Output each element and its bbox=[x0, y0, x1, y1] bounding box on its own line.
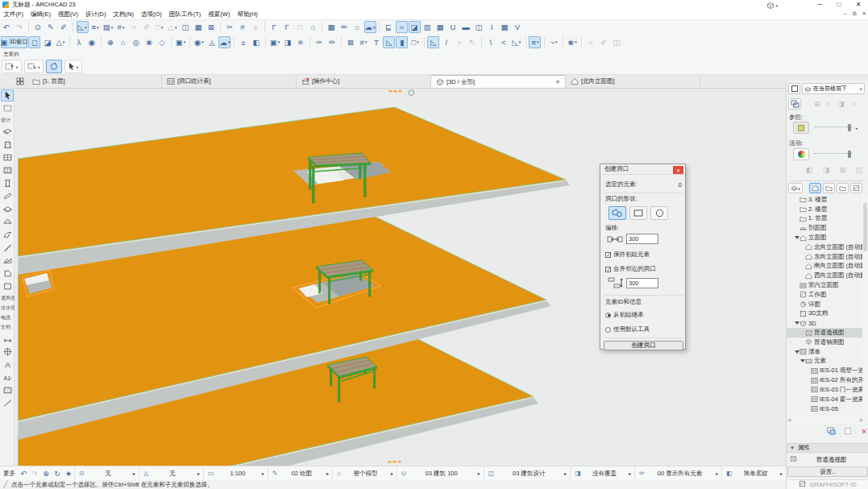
menu-item-7[interactable]: 视窗(W) bbox=[205, 10, 234, 19]
toolbar1-button-29[interactable]: ✏ bbox=[338, 21, 351, 33]
toolbar1-button-1[interactable]: ↷ bbox=[14, 21, 26, 33]
settings-button[interactable]: 设置.. bbox=[787, 466, 868, 477]
smiley-icon[interactable]: ☺ bbox=[851, 100, 858, 108]
navigator-publisher-tab[interactable] bbox=[850, 183, 862, 193]
toolbar1-button-31[interactable]: ☁▾ bbox=[364, 21, 376, 33]
doc-close-icon[interactable]: ✕ bbox=[862, 10, 866, 17]
tool-line[interactable] bbox=[1, 397, 14, 409]
toolbar2-button-8[interactable]: ⊕ bbox=[104, 36, 116, 48]
dialog-close-icon[interactable]: ✕ bbox=[673, 166, 683, 174]
tool-window[interactable] bbox=[1, 151, 14, 164]
toolbar2-button-6[interactable]: ◉ bbox=[85, 36, 98, 48]
tab--北向立面图-[interactable]: [北向立面图] bbox=[566, 75, 700, 88]
quick-option-8[interactable]: ✏00 显示所有元素▸ bbox=[634, 466, 721, 480]
toolbar2-button-25[interactable]: ✳ bbox=[294, 36, 306, 48]
toolbar1-button-43[interactable]: V bbox=[512, 21, 524, 33]
toolbar2-button-39[interactable]: + bbox=[453, 36, 465, 48]
toolbar2-button-33[interactable]: ◺ bbox=[383, 36, 395, 48]
toolbar2-button-11[interactable]: ❀ bbox=[143, 36, 155, 48]
tree-item-工作图[interactable]: 工作图 bbox=[787, 290, 864, 300]
tool-dimension[interactable] bbox=[1, 333, 14, 345]
tree-item-元素[interactable]: 元素 bbox=[787, 357, 864, 367]
toolbar2-button-21[interactable]: ◧ bbox=[250, 36, 262, 48]
quick-option-0[interactable]: ⊙无▸ bbox=[74, 466, 139, 480]
toolbar1-button-0[interactable]: ↶ bbox=[1, 21, 13, 33]
toolbar1-button-37[interactable]: ▦ bbox=[434, 21, 446, 33]
tree-item-清单[interactable]: 清单 bbox=[787, 347, 864, 357]
toolbar1-button-3[interactable]: ⊙ bbox=[32, 21, 44, 33]
delete-icon[interactable]: ✕ bbox=[861, 428, 867, 436]
tree-item-IES-02 所有的开口[interactable]: IES-02 所有的开口 bbox=[787, 375, 864, 385]
toolbar2-button-5[interactable]: λ bbox=[73, 36, 85, 48]
toolbar2-button-20[interactable]: ± bbox=[237, 36, 249, 48]
toolbar1-button-12[interactable]: ✐ bbox=[141, 21, 153, 33]
tool-zone[interactable] bbox=[1, 280, 14, 292]
shape-polygon-button[interactable] bbox=[608, 206, 626, 220]
lasso-icon[interactable]: ○ bbox=[827, 100, 831, 108]
tree-item-普通轴测图[interactable]: 普通轴测图 bbox=[787, 338, 864, 347]
quickbar-nav-3[interactable]: ↻ bbox=[52, 470, 63, 478]
quick-option-4[interactable]: ⌂整个模型▸ bbox=[332, 466, 397, 480]
tab--1-首层-[interactable]: [1. 首层] bbox=[27, 75, 162, 88]
toolbar2-button-12[interactable]: ◇ bbox=[156, 36, 168, 48]
tree-item-普通透视图[interactable]: 普通透视图 bbox=[787, 328, 864, 338]
properties-header[interactable]: ▼属性 bbox=[787, 443, 868, 453]
toolbar1-button-19[interactable]: ✂ bbox=[224, 21, 236, 33]
tree-item-东向立面图 (自动重建)[interactable]: 东向立面图 (自动重建) bbox=[787, 252, 864, 262]
toolbar2-button-32[interactable]: T bbox=[370, 36, 382, 48]
toolbar1-button-40[interactable]: ◫ bbox=[473, 21, 485, 33]
toolbar2-button-28[interactable]: ✏ bbox=[326, 36, 338, 48]
toolbar2-button-42[interactable]: \ bbox=[484, 36, 496, 48]
doc-minimize-icon[interactable]: ─ bbox=[843, 10, 847, 17]
navigator-project-map-tab[interactable] bbox=[809, 183, 821, 193]
toolbar2-button-2[interactable]: ◪ bbox=[41, 36, 53, 48]
new-item-icon[interactable] bbox=[844, 427, 853, 437]
palette-cursor-button[interactable]: ▸ bbox=[64, 60, 82, 73]
trace-toggle-button[interactable] bbox=[788, 98, 801, 110]
expander-icon[interactable] bbox=[795, 321, 799, 325]
toolbar1-button-36[interactable]: ▥ bbox=[422, 21, 434, 33]
toolbar2-button-37[interactable]: ◺ bbox=[427, 36, 439, 48]
keep-original-checkbox[interactable] bbox=[605, 252, 611, 258]
graphisoft-id-button[interactable]: GRAPHISOFT ID bbox=[787, 479, 868, 489]
toolbar1-button-34[interactable]: ≈ bbox=[396, 21, 408, 33]
toolbar2-button-18[interactable]: ☁▾ bbox=[218, 36, 230, 48]
shape-circle-button[interactable] bbox=[650, 206, 668, 220]
tree-item-北向立面图 (自动重建)[interactable]: 北向立面图 (自动重建) bbox=[787, 242, 864, 252]
expander-icon[interactable] bbox=[800, 358, 805, 363]
toolbar1-button-35[interactable]: ◪ bbox=[409, 21, 421, 33]
tool-stair[interactable] bbox=[1, 242, 14, 254]
minimize-button[interactable]: ─ bbox=[810, 0, 829, 10]
palette-marquee-arrow-button[interactable]: ▸ bbox=[24, 60, 44, 73]
toolbar2-button-52[interactable]: ≈ bbox=[584, 36, 596, 48]
toolbar1-button-13[interactable]: □▾ bbox=[154, 21, 166, 33]
toolbar2-button-10[interactable]: ◎ bbox=[130, 36, 142, 48]
edit-plane-handle[interactable] bbox=[409, 90, 414, 96]
merge-openings-checkbox[interactable] bbox=[605, 267, 611, 272]
toolbar1-button-30[interactable]: ⌂ bbox=[351, 21, 363, 33]
menu-item-5[interactable]: 选项(O) bbox=[137, 10, 165, 19]
tool-slab[interactable] bbox=[1, 203, 14, 215]
tool-grid[interactable] bbox=[1, 346, 14, 358]
quick-option-9[interactable]: ◧简单底纹▸ bbox=[721, 466, 786, 480]
toolbar2-button-9[interactable]: ⌂ bbox=[117, 36, 129, 48]
doc-restore-icon[interactable]: ⧉ bbox=[853, 10, 857, 17]
tool-beam[interactable] bbox=[1, 190, 14, 202]
tool-arrow[interactable] bbox=[1, 89, 14, 102]
toolbar2-button-54[interactable]: ◫ bbox=[610, 36, 622, 48]
ghost-icon-3[interactable]: ⊞ bbox=[840, 166, 846, 174]
tree-item-IES-05[interactable]: IES-05 bbox=[787, 404, 864, 414]
menu-item-3[interactable]: 设计(D) bbox=[82, 10, 110, 19]
toolbar1-button-21[interactable]: ± bbox=[250, 21, 262, 33]
toolbar2-button-3[interactable]: △▾ bbox=[54, 36, 66, 48]
tree-item-3. 楼层[interactable]: 3. 楼层 bbox=[787, 195, 864, 205]
tab--操作中心-[interactable]: [操作中心] bbox=[297, 75, 431, 88]
create-opening-button[interactable]: 创建洞口 bbox=[604, 341, 683, 350]
quick-option-3[interactable]: ✎02 绘图▸ bbox=[268, 466, 332, 480]
shape-rectangle-button[interactable] bbox=[629, 206, 647, 220]
toolbar1-button-42[interactable]: ▦ bbox=[499, 21, 511, 33]
tree-item-剖面图[interactable]: 剖面图 bbox=[787, 223, 864, 233]
tool-morph[interactable] bbox=[1, 267, 14, 280]
toolbar1-button-26[interactable]: ⌂ bbox=[307, 21, 319, 33]
toolbar2-button-0[interactable]: ▣3D窗口 bbox=[1, 36, 28, 48]
